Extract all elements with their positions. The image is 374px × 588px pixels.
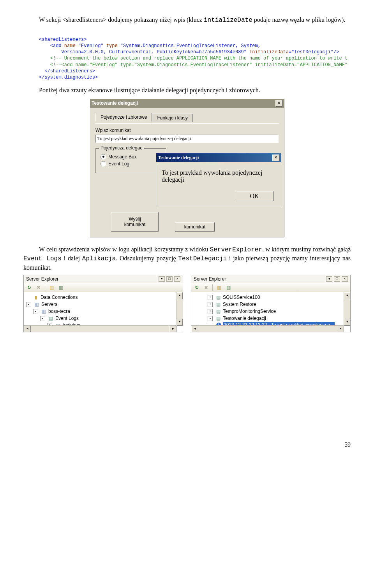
close-icon[interactable]: × — [174, 276, 180, 282]
radio-label: Message Box — [108, 154, 137, 160]
scroll-down-icon[interactable]: ▾ — [344, 319, 350, 326]
add-server-icon[interactable]: ▥ — [225, 284, 231, 291]
pin-icon[interactable]: □ — [166, 276, 173, 282]
radio-icon — [101, 154, 106, 160]
database-icon: ▮ — [33, 294, 39, 300]
send-button[interactable]: Wyślij komunikat — [111, 212, 159, 232]
tree-node[interactable]: System Restore — [223, 302, 256, 307]
p1-pre: W sekcji <sharedlisteners> dodajemy poka… — [39, 16, 204, 23]
code-serverexplorer: ServerExplorer — [210, 246, 262, 253]
message-input[interactable] — [95, 135, 279, 143]
tree-node[interactable]: Testowanie delegacji — [223, 316, 266, 321]
panel-toolbar: ↻ ✖ ▥ ▥ — [191, 283, 350, 292]
messagebox-popup: Testowanie delegacji × To jest przykład … — [156, 153, 281, 206]
vertical-scrollbar[interactable]: ▴ ▾ — [344, 292, 350, 326]
expand-icon[interactable]: + — [208, 295, 213, 300]
vertical-scrollbar[interactable]: ▴ ▾ — [176, 292, 183, 326]
scroll-right-icon[interactable]: ▸ — [169, 326, 176, 332]
add-server-icon[interactable]: ▥ — [58, 284, 64, 291]
server-explorer-screenshots: Server Explorer ▾ □ × ↻ ✖ ▥ ▥ ▮Data Conn… — [23, 275, 351, 332]
scroll-down-icon[interactable]: ▾ — [176, 319, 183, 326]
dialog-titlebar: Testowanie delegacji × — [90, 99, 284, 108]
dropdown-icon[interactable]: ▾ — [159, 276, 165, 282]
tab-functions-classes[interactable]: Funkcje i klasy — [152, 114, 193, 122]
input-label: Wpisz komunikat — [95, 128, 279, 133]
connect-icon[interactable]: ▥ — [216, 284, 222, 291]
pin-icon[interactable]: □ — [334, 276, 340, 282]
p1-code: intializeDate — [204, 17, 252, 24]
collapse-icon[interactable]: - — [33, 309, 38, 314]
popup-message: To jest przykład wywołania pojedynczej d… — [162, 169, 275, 183]
collapse-icon[interactable]: - — [40, 316, 45, 321]
scroll-right-icon[interactable]: ▸ — [337, 326, 344, 332]
komunikat-button[interactable]: komunikat — [175, 222, 215, 232]
groupbox-legend: Pojedyncza delegac — [99, 145, 144, 151]
tree-node[interactable]: Data Connections — [41, 295, 78, 300]
ok-button[interactable]: OK — [235, 191, 274, 201]
panel-title: Server Explorer — [26, 276, 58, 282]
radio-message-box[interactable]: Message Box — [101, 154, 161, 160]
page-number: 59 — [23, 441, 351, 448]
expand-icon[interactable]: + — [208, 302, 213, 307]
stop-icon[interactable]: ✖ — [203, 284, 209, 291]
paragraph-1: W sekcji <sharedlisteners> dodajemy poka… — [23, 16, 351, 25]
log-icon: ▤ — [215, 294, 221, 300]
refresh-icon[interactable]: ↻ — [26, 284, 32, 291]
code-aplikacja: Aplikacja — [82, 255, 116, 262]
collapse-icon[interactable]: - — [208, 316, 213, 321]
tab-single-collective[interactable]: Pojedyncze i zbiorowe — [95, 113, 152, 121]
horizontal-scrollbar[interactable]: ◂ ▸ — [24, 325, 176, 332]
paragraph-2: Poniżej dwa zrzuty ekranowe ilustrujące … — [23, 86, 351, 95]
close-icon[interactable]: × — [275, 100, 282, 107]
panel-toolbar: ↻ ✖ ▥ ▥ — [24, 283, 183, 292]
radio-label: Event Log — [108, 161, 129, 167]
scroll-left-icon[interactable]: ◂ — [24, 326, 31, 332]
tree-node[interactable]: boss-tecra — [48, 309, 70, 314]
p1-post: podaje nazwę węzła w pliku logów). — [252, 16, 346, 23]
server-explorer-left: Server Explorer ▾ □ × ↻ ✖ ▥ ▥ ▮Data Conn… — [23, 275, 183, 332]
scroll-left-icon[interactable]: ◂ — [191, 326, 198, 332]
code-testdelegacji: TestDelegacji — [178, 255, 227, 262]
popup-title: Testowanie delegacji — [158, 155, 199, 161]
tree-node[interactable]: TemproMonitoringService — [223, 309, 276, 314]
server-explorer-right: Server Explorer ▾ □ × ↻ ✖ ▥ ▥ +▤SQLISSer… — [191, 275, 351, 332]
stop-icon[interactable]: ✖ — [35, 284, 42, 291]
log-icon: ▤ — [215, 308, 221, 314]
dropdown-icon[interactable]: ▾ — [326, 276, 332, 282]
tree-node[interactable]: SQLISService100 — [223, 295, 260, 300]
dialog-screenshot: Testowanie delegacji × Pojedyncze i zbio… — [90, 98, 284, 237]
tree-node[interactable]: Servers — [41, 302, 57, 307]
radio-icon — [101, 161, 106, 167]
eventlog-icon: ▤ — [48, 315, 54, 321]
scroll-up-icon[interactable]: ▴ — [344, 292, 350, 299]
tree-node[interactable]: Event Logs — [55, 316, 79, 321]
dialog-title: Testowanie delegacji — [92, 100, 138, 106]
close-icon[interactable]: × — [342, 276, 348, 282]
popup-titlebar: Testowanie delegacji × — [156, 153, 281, 162]
paragraph-3: W celu sprawdzenia wpisów w logu aplikac… — [23, 245, 351, 272]
refresh-icon[interactable]: ↻ — [194, 284, 200, 291]
log-icon: ▤ — [215, 315, 221, 321]
panel-title: Server Explorer — [194, 276, 226, 282]
close-icon[interactable]: × — [272, 154, 279, 161]
log-icon: ▤ — [215, 301, 221, 307]
scroll-up-icon[interactable]: ▴ — [176, 292, 183, 299]
xml-snippet: <sharedListeners> <add name="EvenLog" ty… — [39, 30, 351, 81]
collapse-icon[interactable]: - — [26, 302, 31, 307]
radio-event-log[interactable]: Event Log — [101, 161, 161, 167]
server-icon: ▥ — [41, 308, 47, 314]
expand-icon[interactable]: + — [208, 309, 213, 314]
horizontal-scrollbar[interactable]: ◂ ▸ — [191, 325, 344, 332]
code-event-logs: Event Logs — [23, 255, 62, 262]
connect-icon[interactable]: ▥ — [48, 284, 55, 291]
servers-icon: ▥ — [34, 301, 40, 307]
